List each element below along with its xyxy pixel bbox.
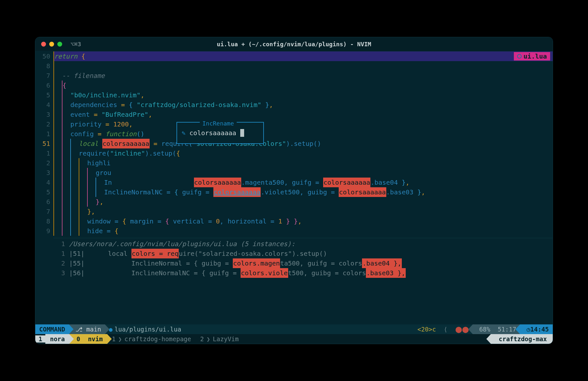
lua-icon bbox=[517, 54, 522, 59]
tmux-window[interactable]: 1❯craftzdog-homepage bbox=[107, 335, 196, 343]
clock-icon: ◷ bbox=[526, 326, 530, 333]
hostname: craftzdog-max bbox=[491, 334, 553, 344]
close-icon[interactable] bbox=[41, 42, 46, 47]
edit-icon: ✎ bbox=[182, 128, 186, 138]
git-branch[interactable]: ⎇ main bbox=[69, 324, 105, 334]
qf-row[interactable]: 2 |55| InclineNormal = { guibg = colors.… bbox=[53, 258, 553, 268]
terminal-window: ⌥⌘3 ui.lua + (~/.config/nvim/lua/plugins… bbox=[35, 37, 553, 344]
rename-input[interactable]: colorsaaaaaa bbox=[189, 128, 236, 138]
maximize-icon[interactable] bbox=[57, 42, 62, 47]
tmux-bar: 1 nora 0 nvim 1❯craftzdog-homepage 2❯Laz… bbox=[35, 334, 553, 344]
rename-occurrence: colorsaaaaaa bbox=[102, 139, 150, 148]
tab-shortcut: ⌥⌘3 bbox=[71, 41, 81, 48]
qf-header: /Users/nora/.config/nvim/lua/plugins/ui.… bbox=[69, 239, 295, 249]
inc-rename-title: IncRename bbox=[200, 119, 237, 128]
chevron-right-icon: ❯ bbox=[207, 335, 210, 343]
copilot-icon[interactable]: ⟨ bbox=[440, 324, 451, 334]
code-area[interactable]: return { ui.lua -- filename { "b0o/incli… bbox=[53, 51, 553, 324]
statusline: COMMAND ⎇ main ●lua/plugins/ui.lua <20>c… bbox=[35, 324, 553, 334]
code-line[interactable]: return { ui.lua bbox=[53, 51, 553, 61]
filename-pill: ui.lua bbox=[514, 52, 550, 60]
file-path: ●lua/plugins/ui.lua bbox=[105, 324, 185, 334]
rename-occurrence: colorsaaaaaa bbox=[213, 187, 261, 197]
qf-row[interactable]: 3 |56| InclineNormalNC = { guifg = color… bbox=[53, 268, 553, 278]
window-name[interactable]: nvim bbox=[84, 334, 107, 344]
inc-rename-popup[interactable]: IncRename ✎ colorsaaaaaa bbox=[176, 122, 264, 144]
session-index: 1 bbox=[35, 335, 45, 343]
branch-icon: ⎇ bbox=[75, 326, 83, 333]
window-title: ui.lua + (~/.config/nvim/lua/plugins) - … bbox=[217, 41, 371, 48]
scroll-percent: 68% 51:17 bbox=[473, 324, 520, 334]
minimize-icon[interactable] bbox=[49, 42, 54, 47]
rename-occurrence: colorsaaaaaa bbox=[339, 187, 386, 197]
titlebar: ⌥⌘3 ui.lua + (~/.config/nvim/lua/plugins… bbox=[35, 37, 553, 51]
search-count: <20>c bbox=[413, 324, 440, 334]
rename-occurrence: colorsaaaaaa bbox=[194, 178, 242, 187]
clock: ◷14:45 bbox=[520, 324, 553, 334]
traffic-lights bbox=[41, 42, 62, 47]
editor-area[interactable]: 5087 654 321 5112 345 678 9 return { ui.… bbox=[35, 51, 553, 324]
rename-occurrence: colorsaaaaaa bbox=[323, 178, 371, 187]
mode-indicator: COMMAND bbox=[35, 324, 69, 334]
qf-row[interactable]: 1 |51| local colors = require("solarized… bbox=[53, 249, 553, 258]
gutter: 5087 654 321 5112 345 678 9 bbox=[35, 51, 53, 324]
session-name[interactable]: nora bbox=[45, 334, 69, 344]
cursor-icon bbox=[240, 129, 244, 137]
chevron-right-icon: ❯ bbox=[118, 335, 122, 343]
tmux-window[interactable]: 2❯LazyVim bbox=[196, 335, 243, 343]
